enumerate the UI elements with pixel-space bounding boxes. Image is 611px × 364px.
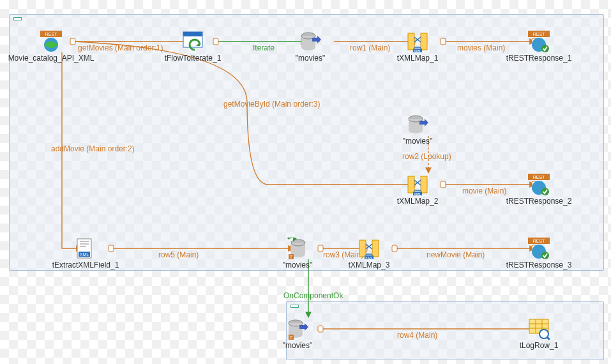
- svg-point-64: [539, 330, 548, 338]
- svg-text:XML: XML: [365, 256, 373, 259]
- svg-rect-27: [421, 33, 427, 50]
- svg-text:T: T: [290, 255, 293, 259]
- link-label-movies: movies (Main): [457, 43, 505, 52]
- svg-rect-51: [359, 240, 366, 257]
- flow-iterate-icon: [182, 31, 204, 52]
- svg-text:REST: REST: [533, 32, 545, 36]
- link-label-row5: row5 (Main): [158, 250, 199, 259]
- component-label: tXMLMap_3: [349, 261, 390, 269]
- component-label: tExtractXMLField_1: [52, 261, 119, 269]
- component-xmlmap-1[interactable]: XML tXMLMap_1: [397, 31, 439, 63]
- collapse-icon[interactable]: [290, 305, 299, 308]
- rest-request-icon: REST: [40, 31, 62, 52]
- link-label-getMovieById: getMovieById (Main order:3): [223, 100, 320, 109]
- svg-rect-26: [408, 33, 414, 50]
- xmlextract-icon: XML: [75, 238, 96, 259]
- link-label-row1: row1 (Main): [350, 43, 390, 52]
- component-restresponse-2[interactable]: REST tRESTResponse_2: [506, 174, 572, 206]
- db-icon: [299, 31, 321, 52]
- component-movies-3[interactable]: T "movies": [283, 238, 313, 269]
- component-movies-4[interactable]: T "movies": [283, 318, 313, 350]
- component-label: tRESTResponse_2: [506, 197, 572, 206]
- component-movies-2[interactable]: "movies": [403, 114, 433, 146]
- component-label: "movies": [283, 261, 313, 269]
- link-label-row2: row2 (Lookup): [402, 152, 451, 161]
- component-movies-1[interactable]: "movies": [296, 31, 326, 63]
- component-restresponse-1[interactable]: REST tRESTResponse_1: [506, 31, 572, 63]
- svg-rect-37: [421, 176, 427, 193]
- rest-response-icon: REST: [528, 174, 550, 195]
- svg-text:XML: XML: [414, 49, 422, 52]
- svg-rect-52: [372, 240, 379, 257]
- component-logrow[interactable]: tLogRow_1: [520, 318, 559, 350]
- component-label: Movie_catalog_API_XML: [8, 54, 94, 63]
- job-canvas[interactable]: getMovies (Main order:1) Iterate row1 (M…: [0, 0, 611, 364]
- link-label-addMovie: addMovie (Main order:2): [51, 144, 135, 153]
- link-label-movie: movie (Main): [462, 186, 506, 195]
- component-label: "movies": [403, 137, 433, 146]
- svg-text:REST: REST: [533, 175, 545, 179]
- component-label: "movies": [296, 54, 326, 63]
- db-icon: T: [287, 318, 308, 340]
- link-label-newMovie: newMovie (Main): [426, 250, 485, 259]
- component-extractxml[interactable]: XML tExtractXMLField_1: [52, 238, 119, 269]
- component-label: tRESTResponse_3: [506, 261, 572, 269]
- component-movie-catalog[interactable]: REST Movie_catalog_API_XML: [8, 31, 94, 63]
- component-label: tFlowToIterate_1: [165, 54, 222, 63]
- svg-text:REST: REST: [45, 32, 57, 36]
- db-icon: [407, 114, 428, 135]
- component-label: tXMLMap_2: [397, 197, 439, 206]
- xmlmap-icon: XML: [358, 238, 380, 259]
- svg-text:REST: REST: [533, 239, 545, 243]
- xmlmap-icon: XML: [407, 31, 428, 52]
- xmlmap-icon: XML: [407, 174, 428, 195]
- collapse-icon[interactable]: [13, 17, 22, 20]
- rest-response-icon: REST: [528, 31, 550, 52]
- component-label: tXMLMap_1: [397, 54, 439, 63]
- svg-text:XML: XML: [414, 192, 422, 195]
- rest-response-icon: REST: [528, 238, 550, 259]
- svg-rect-23: [183, 32, 202, 36]
- component-label: tRESTResponse_1: [506, 54, 572, 63]
- component-restresponse-3[interactable]: REST tRESTResponse_3: [506, 238, 572, 269]
- svg-rect-36: [408, 176, 414, 193]
- svg-text:XML: XML: [80, 252, 89, 257]
- component-flow-iterate[interactable]: tFlowToIterate_1: [165, 31, 222, 63]
- component-label: tLogRow_1: [520, 341, 559, 350]
- db-in-icon: T: [287, 238, 308, 259]
- link-label-iterate: Iterate: [253, 43, 275, 52]
- component-xmlmap-2[interactable]: XML tXMLMap_2: [397, 174, 439, 206]
- component-label: "movies": [283, 341, 313, 350]
- svg-text:T: T: [290, 335, 293, 340]
- component-xmlmap-3[interactable]: XML tXMLMap_3: [349, 238, 390, 269]
- link-label-oncomponentok: OnComponentOk: [283, 291, 343, 300]
- link-label-row4: row4 (Main): [397, 331, 437, 340]
- logrow-icon: [528, 318, 550, 340]
